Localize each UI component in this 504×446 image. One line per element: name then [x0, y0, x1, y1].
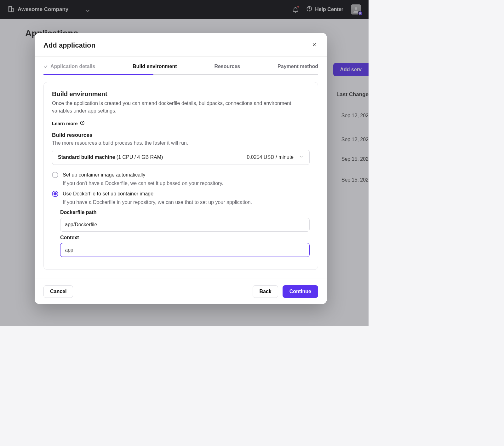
- context-label: Context: [60, 235, 310, 240]
- modal-title: Add application: [43, 41, 95, 49]
- option-dockerfile-label: Use Dockerfile to set up container image: [63, 191, 153, 197]
- option-auto-block: Set up container image automatically If …: [52, 172, 310, 186]
- add-application-modal: Add application Application details Buil…: [35, 33, 327, 304]
- modal-body: Build environment Once the application i…: [35, 75, 327, 279]
- step-label: Application details: [50, 64, 95, 69]
- build-resources-title: Build resources: [52, 132, 310, 138]
- help-icon: [80, 120, 85, 126]
- option-auto-label: Set up container image automatically: [63, 172, 145, 178]
- step-label: Resources: [214, 64, 240, 69]
- close-icon: [312, 43, 317, 48]
- build-machine-select[interactable]: Standard build machine (1 CPU / 4 GB RAM…: [52, 150, 310, 165]
- section-description: Once the application is created you can …: [52, 100, 310, 115]
- build-environment-card: Build environment Once the application i…: [43, 82, 318, 270]
- stepper: Application details Build environment Re…: [35, 57, 327, 69]
- step-resources[interactable]: Resources: [214, 64, 240, 69]
- step-build-environment[interactable]: Build environment: [133, 64, 177, 69]
- context-input[interactable]: [60, 243, 310, 257]
- dockerfile-path-label: Dockerfile path: [60, 210, 310, 215]
- continue-button[interactable]: Continue: [283, 285, 318, 298]
- build-machine-price: 0.0254 USD / minute: [247, 154, 294, 160]
- learn-more-link[interactable]: Learn more: [52, 120, 85, 126]
- close-button[interactable]: [311, 41, 318, 49]
- section-title: Build environment: [52, 90, 310, 98]
- modal-footer: Cancel Back Continue: [35, 279, 327, 304]
- back-button[interactable]: Back: [253, 285, 278, 298]
- progress-fill: [43, 74, 153, 75]
- progress-track: [43, 74, 318, 75]
- build-machine-name: Standard build machine: [58, 154, 115, 160]
- build-resources-description: The more resources a build process has, …: [52, 140, 310, 146]
- option-dockerfile-description: If you have a Dockerfile in your reposit…: [63, 200, 310, 205]
- option-dockerfile-block: Use Dockerfile to set up container image…: [52, 191, 310, 257]
- option-auto-radio[interactable]: Set up container image automatically: [52, 172, 310, 178]
- learn-more-label: Learn more: [52, 121, 78, 126]
- build-machine-spec: (1 CPU / 4 GB RAM): [117, 154, 163, 160]
- option-dockerfile-radio[interactable]: Use Dockerfile to set up container image: [52, 191, 310, 197]
- chevron-down-icon: [299, 154, 304, 160]
- svg-point-11: [82, 124, 82, 124]
- build-machine-option: Standard build machine (1 CPU / 4 GB RAM…: [58, 154, 163, 160]
- cancel-button[interactable]: Cancel: [43, 285, 73, 298]
- option-auto-description: If you don't have a Dockerfile, we can s…: [63, 181, 310, 186]
- step-application-details[interactable]: Application details: [43, 64, 95, 69]
- modal-header: Add application: [35, 33, 327, 57]
- step-label: Build environment: [133, 64, 177, 69]
- step-payment-method[interactable]: Payment method: [278, 64, 318, 69]
- check-icon: [43, 64, 48, 69]
- step-label: Payment method: [278, 64, 318, 69]
- dockerfile-path-input[interactable]: [60, 218, 310, 232]
- radio-unchecked-icon: [52, 172, 58, 178]
- radio-checked-icon: [52, 191, 58, 197]
